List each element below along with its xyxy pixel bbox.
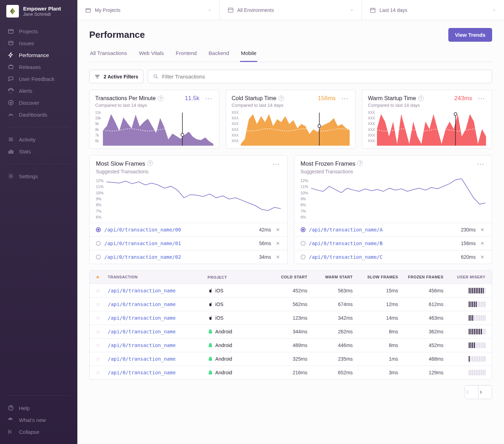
- panel-chart[interactable]: [311, 179, 485, 219]
- transaction-link[interactable]: /api/0/transaction_name: [108, 370, 176, 375]
- sidebar-item-activity[interactable]: Activity: [0, 133, 77, 145]
- transaction-link[interactable]: /api/0/transaction_name/A: [309, 227, 383, 233]
- star-button[interactable]: ☆: [96, 288, 100, 293]
- project-selector[interactable]: My Projects: [77, 0, 220, 20]
- tab-backend[interactable]: Backend: [208, 47, 230, 62]
- transaction-link[interactable]: /api/0/transaction_name: [108, 315, 176, 321]
- star-button[interactable]: ☆: [96, 301, 100, 307]
- transaction-link[interactable]: /api/0/transaction_name/02: [104, 254, 181, 260]
- star-button[interactable]: ☆: [96, 356, 100, 362]
- transaction-link[interactable]: /api/0/transaction_name: [108, 356, 176, 362]
- sidebar-item-releases[interactable]: Releases: [0, 61, 77, 73]
- star-button[interactable]: ☆: [96, 370, 100, 375]
- more-menu-button[interactable]: ⋯: [271, 160, 281, 167]
- panel-subtitle: Suggested Transactions: [294, 169, 492, 177]
- star-button[interactable]: ☆: [96, 342, 100, 348]
- sidebar-item-help[interactable]: Help: [0, 402, 77, 414]
- chevron-down-icon: [350, 8, 354, 12]
- tab-frontend[interactable]: Frontend: [175, 47, 197, 62]
- close-icon[interactable]: [479, 255, 485, 259]
- what-s-new-icon: [8, 417, 14, 423]
- tab-all-transactions[interactable]: All Transactions: [89, 47, 128, 62]
- suggested-transaction-row[interactable]: /api/0/transaction_name/B 156ms: [294, 236, 492, 250]
- sidebar-item-performance[interactable]: Performance: [0, 49, 77, 61]
- radio-icon[interactable]: [301, 227, 306, 232]
- table-header-slow[interactable]: SLOW FRAMES: [353, 275, 398, 279]
- panel-chart[interactable]: [106, 179, 281, 219]
- table-header-cold[interactable]: COLD START: [262, 275, 308, 279]
- next-page-button[interactable]: [478, 386, 492, 399]
- transaction-link[interactable]: /api/0/transaction_name: [108, 301, 176, 307]
- more-menu-button[interactable]: ⋯: [204, 95, 214, 102]
- close-icon[interactable]: [479, 227, 485, 232]
- table-header-misery[interactable]: USER MISERY: [443, 275, 485, 279]
- table-header-transaction[interactable]: TRANSACTION: [108, 275, 208, 279]
- star-button[interactable]: ☆: [96, 329, 100, 334]
- cold-start-value: 216ms: [262, 370, 308, 375]
- help-icon[interactable]: ?: [418, 96, 424, 101]
- radio-icon[interactable]: [301, 241, 306, 246]
- suggested-transaction-row[interactable]: /api/0/transaction_name/00 42ms: [90, 223, 287, 236]
- filter-transactions-field[interactable]: [162, 74, 487, 79]
- help-icon[interactable]: ?: [147, 160, 153, 166]
- help-icon[interactable]: ?: [158, 96, 163, 101]
- radio-icon[interactable]: [301, 255, 306, 259]
- radio-icon[interactable]: [96, 241, 101, 246]
- settings-icon: [8, 173, 14, 179]
- sidebar-item-dashboards[interactable]: Dashboards: [0, 109, 77, 120]
- transaction-link[interactable]: /api/0/transaction_name/C: [309, 254, 383, 260]
- view-trends-button[interactable]: View Trends: [448, 28, 492, 42]
- transaction-link[interactable]: /api/0/transaction_name/B: [309, 241, 383, 246]
- table-header-star[interactable]: ★: [96, 275, 108, 279]
- tab-mobile[interactable]: Mobile: [240, 47, 257, 62]
- svg-marker-1: [10, 8, 13, 14]
- vital-chart[interactable]: [241, 111, 350, 146]
- org-switcher[interactable]: Empower Plant Jane Schmidt: [0, 0, 77, 22]
- environment-selector[interactable]: All Environments: [220, 0, 362, 20]
- suggested-transaction-row[interactable]: /api/0/transaction_name/A 230ms: [294, 223, 492, 236]
- suggested-transaction-row[interactable]: /api/0/transaction_name/01 56ms: [90, 236, 287, 250]
- sidebar-item-stats[interactable]: Stats: [0, 145, 77, 157]
- table-row: ☆ /api/0/transaction_name Android 325ms …: [90, 352, 492, 366]
- table-header-frozen[interactable]: FROZEN FRAMES: [398, 275, 443, 279]
- vital-chart[interactable]: [377, 111, 486, 146]
- sidebar-item-projects[interactable]: Projects: [0, 25, 77, 37]
- radio-icon[interactable]: [96, 227, 101, 232]
- close-icon[interactable]: [479, 241, 485, 246]
- filter-transactions-input[interactable]: [148, 70, 492, 83]
- sidebar-item-issues[interactable]: Issues: [0, 37, 77, 49]
- user-feedback-icon: [8, 76, 14, 82]
- help-icon[interactable]: ?: [279, 96, 284, 101]
- vital-value: 11.5k: [185, 95, 200, 102]
- star-button[interactable]: ☆: [96, 315, 100, 321]
- radio-icon[interactable]: [96, 255, 101, 259]
- tab-web-vitals[interactable]: Web Vitals: [138, 47, 164, 62]
- sidebar: Empower Plant Jane Schmidt ProjectsIssue…: [0, 0, 77, 444]
- help-icon[interactable]: ?: [357, 160, 363, 166]
- suggested-transaction-row[interactable]: /api/0/transaction_name/02 34ms: [90, 250, 287, 264]
- sidebar-item-what-s-new[interactable]: What's new: [0, 414, 77, 426]
- transaction-link[interactable]: /api/0/transaction_name/00: [104, 227, 181, 233]
- daterange-selector[interactable]: Last 14 days: [362, 0, 504, 20]
- vital-chart[interactable]: [103, 111, 214, 146]
- suggested-transaction-row[interactable]: /api/0/transaction_name/C 620ms: [294, 250, 492, 264]
- more-menu-button[interactable]: ⋯: [476, 160, 485, 167]
- close-icon[interactable]: [275, 241, 281, 246]
- table-header-project[interactable]: PROJECT: [208, 275, 262, 279]
- more-menu-button[interactable]: ⋯: [340, 95, 350, 102]
- sidebar-item-user-feedback[interactable]: User Feedback: [0, 73, 77, 85]
- transaction-link[interactable]: /api/0/transaction_name/01: [104, 241, 181, 246]
- transaction-link[interactable]: /api/0/transaction_name: [108, 342, 176, 348]
- transaction-link[interactable]: /api/0/transaction_name: [108, 329, 176, 334]
- transaction-link[interactable]: /api/0/transaction_name: [108, 288, 176, 293]
- sidebar-item-collapse[interactable]: Collapse: [0, 426, 77, 438]
- active-filters-button[interactable]: 2 Active Filters: [89, 70, 144, 83]
- sidebar-item-discover[interactable]: Discover: [0, 97, 77, 109]
- close-icon[interactable]: [275, 227, 281, 232]
- prev-page-button[interactable]: [465, 386, 478, 399]
- more-menu-button[interactable]: ⋯: [476, 95, 486, 102]
- close-icon[interactable]: [275, 255, 281, 259]
- sidebar-item-alerts[interactable]: Alerts: [0, 85, 77, 97]
- table-header-warm[interactable]: WARM START: [307, 275, 353, 279]
- sidebar-item-settings[interactable]: Settings: [0, 170, 77, 182]
